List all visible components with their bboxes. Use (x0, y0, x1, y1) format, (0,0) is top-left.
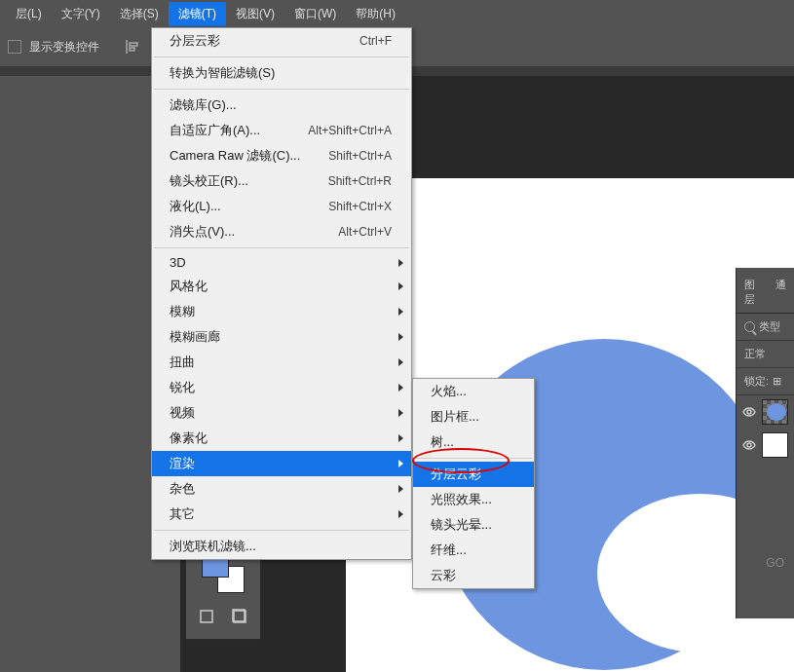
filter-dropdown: 分层云彩Ctrl+F 转换为智能滤镜(S) 滤镜库(G)... 自适应广角(A)… (151, 27, 412, 560)
visibility-icon[interactable] (742, 405, 756, 419)
menu-flame[interactable]: 火焰... (413, 379, 534, 404)
menu-fibers[interactable]: 纤维... (413, 538, 534, 563)
svg-rect-4 (233, 610, 245, 621)
menu-convert-smart[interactable]: 转换为智能滤镜(S) (152, 60, 411, 86)
lock-row: 锁定:⊞ (737, 368, 794, 395)
chevron-right-icon (398, 434, 403, 442)
chevron-right-icon (398, 460, 403, 467)
layers-panel: 图层 通 类型 正常 锁定:⊞ GO (736, 268, 794, 618)
menu-noise[interactable]: 杂色 (152, 476, 411, 502)
layer-row-1[interactable] (737, 395, 794, 429)
main-menubar: 层(L) 文字(Y) 选择(S) 滤镜(T) 视图(V) 窗口(W) 帮助(H) (0, 0, 794, 27)
menu-filter-gallery[interactable]: 滤镜库(G)... (152, 93, 411, 118)
menu-3d[interactable]: 3D (152, 251, 411, 274)
search-icon (744, 321, 755, 332)
chevron-right-icon (398, 384, 403, 392)
menu-liquify[interactable]: 液化(L)...Shift+Ctrl+X (152, 194, 411, 219)
menu-browse-online[interactable]: 浏览联机滤镜... (152, 534, 411, 559)
mode-btn-2[interactable] (224, 601, 255, 632)
menu-sharpen[interactable]: 锐化 (152, 375, 411, 400)
svg-rect-3 (234, 611, 246, 622)
chevron-right-icon (398, 510, 403, 518)
menu-other[interactable]: 其它 (152, 502, 411, 527)
show-transform-label: 显示变换控件 (29, 39, 99, 56)
menu-last-filter[interactable]: 分层云彩Ctrl+F (152, 28, 411, 54)
menu-vanishing-point[interactable]: 消失点(V)...Alt+Ctrl+V (152, 219, 411, 244)
chevron-right-icon (398, 333, 403, 341)
tab-channels[interactable]: 通 (775, 278, 786, 307)
menu-blur[interactable]: 模糊 (152, 299, 411, 324)
tab-layers[interactable]: 图层 (744, 278, 764, 307)
go-link[interactable]: GO (766, 556, 784, 570)
menu-picture-frame[interactable]: 图片框... (413, 404, 534, 429)
svg-point-6 (747, 443, 751, 447)
menu-adaptive-wide[interactable]: 自适应广角(A)...Alt+Shift+Ctrl+A (152, 118, 411, 143)
visibility-icon[interactable] (742, 438, 756, 452)
chevron-right-icon (398, 282, 403, 290)
menu-blur-gallery[interactable]: 模糊画廊 (152, 324, 411, 350)
svg-point-5 (747, 410, 751, 414)
svg-rect-2 (201, 611, 212, 622)
menu-video[interactable]: 视频 (152, 400, 411, 426)
render-submenu: 火焰... 图片框... 树... 分层云彩 光照效果... 镜头光晕... 纤… (412, 378, 535, 589)
chevron-right-icon (398, 308, 403, 316)
menu-select[interactable]: 选择(S) (110, 2, 169, 26)
menu-clouds[interactable]: 云彩 (413, 563, 534, 588)
menu-lens-correction[interactable]: 镜头校正(R)...Shift+Ctrl+R (152, 168, 411, 194)
menu-tree[interactable]: 树... (413, 429, 534, 455)
menu-difference-clouds[interactable]: 分层云彩 (413, 462, 534, 487)
layer-row-2[interactable] (737, 429, 794, 462)
menu-lighting-effects[interactable]: 光照效果... (413, 487, 534, 512)
chevron-right-icon (398, 409, 403, 417)
align-icon-1[interactable] (119, 33, 146, 60)
layer-thumb-bg (762, 432, 788, 458)
menu-layer[interactable]: 层(L) (6, 2, 52, 26)
chevron-right-icon (398, 485, 403, 493)
menu-view[interactable]: 视图(V) (226, 2, 284, 26)
blend-mode-select[interactable]: 正常 (737, 341, 794, 368)
chevron-right-icon (398, 259, 403, 267)
chevron-right-icon (398, 358, 403, 366)
layer-thumb-circle (762, 399, 788, 425)
menu-window[interactable]: 窗口(W) (284, 2, 346, 26)
menu-distort[interactable]: 扭曲 (152, 350, 411, 375)
menu-lens-flare[interactable]: 镜头光晕... (413, 512, 534, 538)
show-transform-checkbox[interactable] (8, 40, 21, 54)
menu-pixelate[interactable]: 像素化 (152, 426, 411, 451)
menu-camera-raw[interactable]: Camera Raw 滤镜(C)...Shift+Ctrl+A (152, 143, 411, 168)
menu-filter[interactable]: 滤镜(T) (169, 2, 226, 26)
mode-btn-1[interactable] (191, 601, 222, 632)
menu-render[interactable]: 渲染 (152, 451, 411, 476)
menu-text[interactable]: 文字(Y) (52, 2, 110, 26)
lock-icon[interactable]: ⊞ (773, 375, 781, 388)
menu-stylize[interactable]: 风格化 (152, 274, 411, 299)
layer-kind-filter[interactable]: 类型 (737, 314, 794, 341)
menu-help[interactable]: 帮助(H) (346, 2, 405, 26)
